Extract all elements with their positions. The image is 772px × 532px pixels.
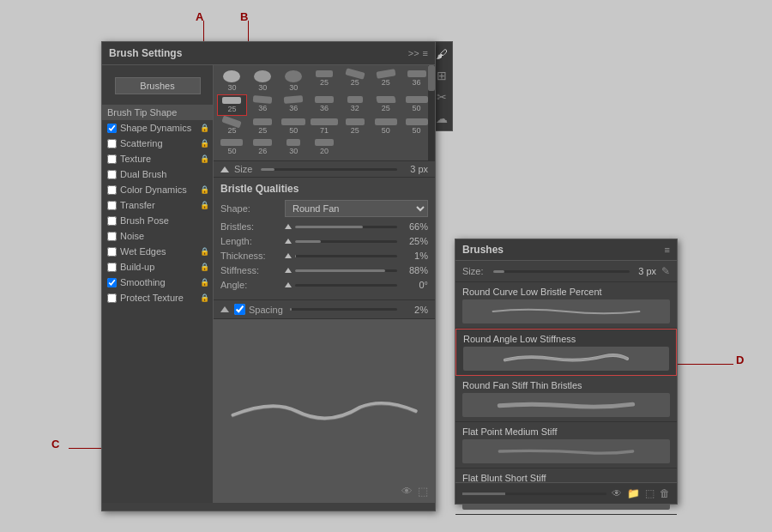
brush-cell-24[interactable]: 30 <box>279 137 309 157</box>
brush-cell-15[interactable]: 25 <box>217 117 247 136</box>
stiffness-slider[interactable] <box>295 269 397 272</box>
protect-texture-item[interactable]: Protect Texture 🔒 <box>102 290 213 305</box>
dual-brush-label: Dual Brush <box>120 169 166 179</box>
annotation-c: C <box>51 438 59 450</box>
brush-cell-22[interactable]: 50 <box>217 137 247 157</box>
expand-icon[interactable]: >> <box>408 48 419 58</box>
angle-slider[interactable] <box>295 284 397 287</box>
brush-cell-selected[interactable]: 25 <box>217 94 247 116</box>
texture-item[interactable]: Texture 🔒 <box>102 151 213 166</box>
texture-checkbox[interactable] <box>107 154 117 164</box>
preview-eye-icon[interactable]: 👁 <box>401 485 413 498</box>
smoothing-item[interactable]: Smoothing 🔒 <box>102 275 213 290</box>
spacing-checkbox[interactable] <box>234 304 245 315</box>
brush-stroke-1 <box>466 304 666 319</box>
shape-dynamics-checkbox[interactable] <box>107 124 117 133</box>
smoothing-checkbox[interactable] <box>107 278 117 287</box>
brush-cell-11[interactable]: 36 <box>310 94 340 116</box>
footer-new-icon[interactable]: ⬚ <box>645 487 654 499</box>
length-arrow <box>285 239 292 244</box>
brushes-size-row: Size: 3 px ✎ <box>455 261 677 282</box>
shape-row: Shape: Round Fan <box>220 200 428 217</box>
brushes-panel-menu[interactable]: ≡ <box>665 245 670 255</box>
brush-list-item-2[interactable]: Round Angle Low Stiffness <box>455 329 677 376</box>
brush-cell-3[interactable]: 30 <box>279 69 309 94</box>
wet-edges-lock: 🔒 <box>200 247 209 256</box>
size-slider-track[interactable] <box>261 168 397 171</box>
brush-cell-4[interactable]: 25 <box>310 69 340 94</box>
anno-line-d <box>678 364 733 365</box>
wet-edges-item[interactable]: Wet Edges 🔒 <box>102 244 213 259</box>
noise-checkbox[interactable] <box>107 232 117 241</box>
brush-tip-shape-item[interactable]: Brush Tip Shape <box>102 105 213 120</box>
spacing-slider-track[interactable] <box>290 308 397 311</box>
brush-cell-16[interactable]: 25 <box>248 117 278 136</box>
brushes-edit-icon[interactable]: ✎ <box>661 265 670 277</box>
length-value: 25% <box>401 236 428 246</box>
bristles-slider[interactable] <box>295 226 397 228</box>
brush-preview: 👁 ⬚ <box>214 319 435 503</box>
brush-cell-10[interactable]: 36 <box>279 94 309 116</box>
brush-list-item-3[interactable]: Round Fan Stiff Thin Bristles <box>455 376 677 422</box>
wet-edges-checkbox[interactable] <box>107 247 117 257</box>
noise-item[interactable]: Noise <box>102 228 213 244</box>
brush-cell-14[interactable]: 50 <box>401 94 431 116</box>
brush-cell-5[interactable]: 25 <box>340 69 370 94</box>
smoothing-label: Smoothing <box>120 277 166 287</box>
shape-dynamics-item[interactable]: Shape Dynamics 🔒 <box>102 120 213 136</box>
brushes-button[interactable]: Brushes <box>115 77 201 94</box>
brush-cell-19[interactable]: 25 <box>340 117 370 136</box>
brushes-size-value: 3 px <box>638 266 656 276</box>
footer-folder-icon[interactable]: 📁 <box>627 487 640 499</box>
color-dynamics-item[interactable]: Color Dynamics 🔒 <box>102 182 213 197</box>
brush-cell-20[interactable]: 50 <box>371 117 401 136</box>
length-slider[interactable] <box>295 240 397 243</box>
brush-cell-25[interactable]: 20 <box>310 137 340 157</box>
menu-icon[interactable]: ≡ <box>423 48 428 58</box>
preset-icon[interactable]: ⊞ <box>435 67 449 84</box>
spacing-label[interactable]: Spacing <box>234 304 283 315</box>
brush-cell-6[interactable]: 25 <box>371 69 401 94</box>
brush-cell-9[interactable]: 36 <box>248 94 278 116</box>
brush-cell-13[interactable]: 25 <box>371 94 401 116</box>
transfer-item[interactable]: Transfer 🔒 <box>102 197 213 213</box>
brushes-panel-header: Brushes ≡ <box>455 239 677 261</box>
brush-item-preview-3 <box>462 393 670 417</box>
annotation-d: D <box>736 354 744 366</box>
spacing-value: 2% <box>402 305 428 315</box>
brush-pose-checkbox[interactable] <box>107 216 117 226</box>
brush-cell-1[interactable]: 30 <box>217 69 247 94</box>
brush-cell-21[interactable]: 50 <box>401 117 431 136</box>
transfer-checkbox[interactable] <box>107 201 117 210</box>
brush-pose-item[interactable]: Brush Pose <box>102 213 213 228</box>
brush-cell-12[interactable]: 32 <box>340 94 370 116</box>
shape-select[interactable]: Round Fan <box>285 200 428 217</box>
color-dynamics-label: Color Dynamics <box>120 184 187 195</box>
brush-cell-17[interactable]: 50 <box>279 117 309 136</box>
brush-cell-7[interactable]: 36 <box>401 69 431 94</box>
brushes-size-slider[interactable] <box>493 270 630 273</box>
scattering-item[interactable]: Scattering 🔒 <box>102 136 213 151</box>
footer-slider[interactable] <box>462 493 606 495</box>
thickness-slider[interactable] <box>295 255 397 257</box>
build-up-item[interactable]: Build-up 🔒 <box>102 259 213 275</box>
brush-list-item-1[interactable]: Round Curve Low Bristle Percent <box>455 282 677 329</box>
brush-list-item-4[interactable]: Flat Point Medium Stiff <box>455 422 677 469</box>
size-value: 3 px <box>402 164 428 174</box>
tool-icon[interactable]: ✂ <box>435 88 449 106</box>
footer-eye-icon[interactable]: 👁 <box>612 487 622 499</box>
preview-brush-icon[interactable]: ⬚ <box>418 485 428 498</box>
brush-cell-18[interactable]: 71 <box>310 117 340 136</box>
color-dynamics-checkbox[interactable] <box>107 185 117 195</box>
dual-brush-item[interactable]: Dual Brush <box>102 166 213 182</box>
footer-delete-icon[interactable]: 🗑 <box>660 487 670 499</box>
protect-texture-checkbox[interactable] <box>107 293 117 303</box>
brush-cell-2[interactable]: 30 <box>248 69 278 94</box>
dual-brush-checkbox[interactable] <box>107 170 117 179</box>
cc-icon[interactable]: ☁ <box>434 110 449 127</box>
angle-value: 0° <box>401 280 428 290</box>
build-up-checkbox[interactable] <box>107 263 117 272</box>
scattering-checkbox[interactable] <box>107 139 117 148</box>
brush-settings-icon[interactable]: 🖌 <box>434 45 449 63</box>
brush-cell-23[interactable]: 26 <box>248 137 278 157</box>
